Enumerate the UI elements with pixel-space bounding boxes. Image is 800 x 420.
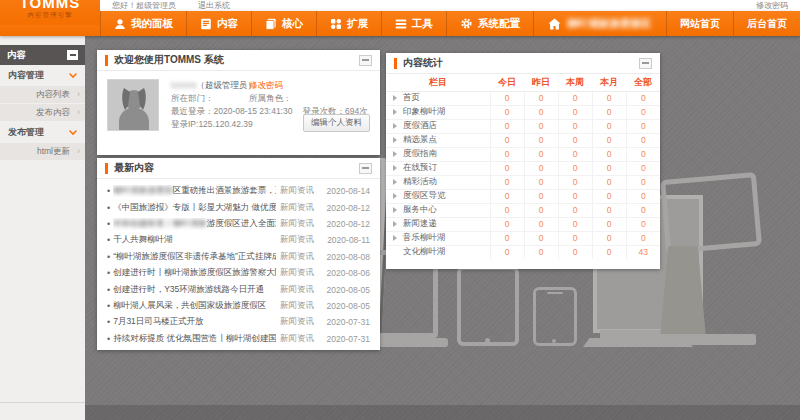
nav-item-2[interactable]: 内容 [187,11,252,36]
stats-row: 度假酒店00000 [386,119,660,133]
current-site[interactable]: 柳叶湖旅游度假区 [534,11,665,36]
stats-value: 0 [592,133,626,147]
username: tomms [171,80,197,90]
sidebar-item-html更新[interactable]: html更新› [0,143,85,160]
stats-row: 度假指南00000 [386,147,660,161]
stats-value: 0 [490,119,524,133]
stats-value: 0 [592,189,626,203]
news-title: 7月31日司马楼正式开放 [113,316,276,328]
news-list-item[interactable]: •《中国旅游报》专版丨彰显大湖魅力 做优度假文章新闻资讯2020-08-12 [107,199,370,215]
expand-triangle-icon[interactable] [393,109,397,115]
stats-row-label[interactable]: 音乐柳叶湖 [386,231,490,245]
news-list-item[interactable]: •创建进行时，Y35环湖旅游线路今日开通新闻资讯2020-08-05 [107,281,370,297]
stats-column-header: 本周 [558,74,592,91]
stats-value: 0 [626,231,660,245]
stats-row-label[interactable]: 在线预订 [386,161,490,175]
sidebar-group-1[interactable]: 内容管理 [0,65,85,86]
stats-row-label[interactable]: 精选景点 [386,133,490,147]
expand-triangle-icon[interactable] [393,221,397,227]
news-category: 新闻资讯 [276,300,318,312]
phone-illustration [533,287,577,346]
news-list-item[interactable]: •“柳叶湖旅游度假区非遗传承基地”正式挂牌成立新闻资讯2020-08-08 [107,249,370,265]
expand-triangle-icon[interactable] [393,207,397,213]
news-date: 2020-08-12 [318,219,370,229]
stats-row-label[interactable]: 度假区导览 [386,189,490,203]
collapse-panel-icon[interactable] [359,163,372,174]
news-category: 新闻资讯 [276,218,318,230]
stats-row-label[interactable]: 度假指南 [386,147,490,161]
stats-row-label[interactable]: 精彩活动 [386,175,490,189]
stats-row-label[interactable]: 新闻速递 [386,217,490,231]
chevron-right-icon: › [77,147,80,156]
news-category: 新闻资讯 [276,251,318,263]
news-date: 2020-08-08 [318,252,370,262]
stats-value: 0 [524,203,558,217]
sidebar-group-label: 发布管理 [8,126,44,139]
stats-row-label[interactable]: 度假酒店 [386,119,490,133]
stats-value: 0 [592,91,626,105]
expand-triangle-icon[interactable] [393,193,397,199]
sidebar-item-发布内容[interactable]: 发布内容› [0,104,85,121]
nav-item-3[interactable]: 核心 [252,11,317,36]
news-date: 2020-08-14 [318,186,370,196]
stats-value: 0 [524,119,558,133]
nav-item-4[interactable]: 扩展 [317,11,382,36]
news-list-item[interactable]: •对标创建标准丨柳叶湖旅游度假区进入全面迎检状态新闻资讯2020-08-12 [107,216,370,232]
stats-value: 0 [558,133,592,147]
sidebar-collapse-icon[interactable] [67,50,78,60]
stats-column-header: 今日 [490,74,524,91]
extension-icon [330,18,342,30]
stats-row: 度假区导览00000 [386,189,660,203]
stats-row-label[interactable]: 首页 [386,91,490,105]
collapse-panel-icon[interactable] [359,55,372,66]
news-list-item[interactable]: •千人共舞柳叶湖新闻资讯2020-08-11 [107,232,370,248]
news-category: 新闻资讯 [276,284,318,296]
news-title: “柳叶湖旅游度假区非遗传承基地”正式挂牌成立 [113,251,276,263]
news-list-item[interactable]: •持续对标提质 优化氛围营造丨柳叶湖创建国家级旅游度假区新闻资讯2020-07-… [107,331,370,347]
nav-item-label: 工具 [412,17,433,31]
stats-panel-header: 内容统计 [386,53,660,74]
change-password-link[interactable]: 修改密码 [756,0,788,11]
news-list-item[interactable]: •柳叶湖旅游度假区重磅推出酒景旅游套票，五折优惠，等你新闻资讯2020-08-1… [107,183,370,199]
nav-item-5[interactable]: 工具 [382,11,447,36]
news-list-item[interactable]: •创建进行时丨柳叶湖旅游度假区旅游警察大队开展景区养犬新闻资讯2020-08-0… [107,265,370,281]
nav-link-1[interactable]: 网站首页 [666,11,733,36]
expand-triangle-icon[interactable] [393,151,397,157]
expand-triangle-icon[interactable] [393,235,397,241]
collapse-panel-icon[interactable] [639,58,652,69]
sidebar-group-2[interactable]: 发布管理 [0,122,85,143]
nav-link-2[interactable]: 后台首页 [733,11,800,36]
nav-item-label: 扩展 [347,17,368,31]
change-password-link-panel[interactable]: 修改密码 [249,79,283,92]
app-logo[interactable]: TOMMS 内容管理引擎 [0,0,100,25]
expand-triangle-icon[interactable] [393,137,397,143]
stats-value: 0 [592,175,626,189]
news-list-item[interactable]: •柳叶湖人展风采，共创国家级旅游度假区新闻资讯2020-08-05 [107,298,370,314]
expand-triangle-icon[interactable] [393,179,397,185]
stats-value: 0 [490,147,524,161]
edit-profile-button[interactable]: 编辑个人资料 [303,114,370,132]
news-title: 《中国旅游报》专版丨彰显大湖魅力 做优度假文章 [113,202,276,214]
stats-value: 43 [626,245,660,259]
stats-row: 首页00000 [386,91,660,105]
nav-item-1[interactable]: 我的面板 [100,11,187,36]
news-title: 柳叶湖人展风采，共创国家级旅游度假区 [113,300,276,312]
bullet-icon: • [107,252,110,262]
expand-triangle-icon[interactable] [393,123,397,129]
stats-row-label[interactable]: 印象柳叶湖 [386,105,490,119]
stats-row-label[interactable]: 服务中心 [386,203,490,217]
stats-value: 0 [524,189,558,203]
chevron-right-icon: › [77,90,80,99]
expand-triangle-icon[interactable] [393,95,397,101]
news-category: 新闻资讯 [276,185,318,197]
news-date: 2020-07-31 [318,334,370,344]
logout-link[interactable]: 退出系统 [198,0,230,11]
expand-triangle-icon[interactable] [393,165,397,171]
role-label: 所属角色： [249,92,292,105]
sidebar-item-内容列表[interactable]: 内容列表› [0,86,85,103]
stats-value: 0 [524,161,558,175]
news-list-item[interactable]: •7月31日司马楼正式开放新闻资讯2020-07-31 [107,314,370,330]
nav-item-label: 我的面板 [131,17,173,31]
nav-item-6[interactable]: 系统配置 [447,11,534,36]
stats-row-label[interactable]: 文化柳叶湖 [386,245,490,259]
